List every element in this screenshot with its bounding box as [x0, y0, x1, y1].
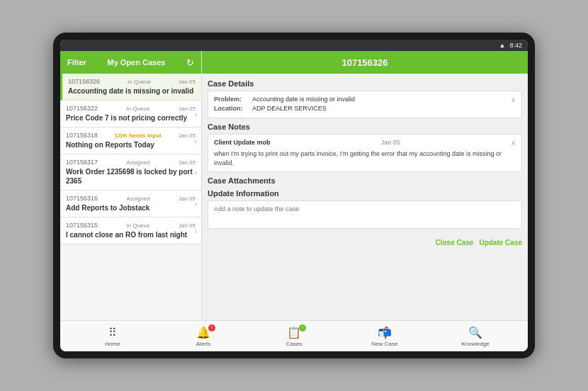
case-item[interactable]: 107156318 CDK Needs Input Jan 05 Nothing… [60, 128, 201, 154]
case-title: Price Code 7 is not pricing correctly [66, 113, 196, 123]
right-panel: 107156326 Case Details Problem: Accounti… [202, 51, 528, 320]
problem-row: Problem: Accounting date is missing or i… [214, 96, 516, 103]
location-row: Location: ADP DEALER SERVICES [214, 105, 516, 112]
case-number: 107156318 [66, 132, 98, 139]
case-notes-box: Client Update mob Jan 05 ∧ when I'm tryi… [208, 134, 522, 172]
update-case-button[interactable]: Update Case [479, 239, 522, 246]
nav-item-cases[interactable]: ! 📋 Cases [276, 326, 312, 347]
case-attachments-title: Case Attachments [208, 176, 522, 185]
case-title: Add Reports to Jobstack [66, 203, 196, 212]
case-date: Jan 05 [179, 159, 196, 166]
case-number: 107156315 [66, 222, 98, 229]
knowledge-icon: 🔍 [468, 326, 482, 339]
note-date: Jan 05 [381, 139, 400, 147]
case-date: Jan 05 [179, 132, 196, 139]
case-status: In Queue [127, 222, 150, 229]
case-status: Assigned [127, 159, 150, 166]
case-date: Jan 05 [179, 79, 196, 85]
case-attachments-section: Case Attachments [208, 176, 522, 185]
location-label: Location: [214, 105, 249, 112]
new-case-icon: 📬 [378, 326, 392, 339]
case-notes-section: Case Notes Client Update mob Jan 05 ∧ wh… [208, 123, 522, 172]
case-list: 107156326 In Queue Jan 05 Accounting dat… [60, 74, 201, 320]
case-status: In Queue [128, 79, 151, 85]
nav-new-case-label: New Case [372, 341, 398, 347]
chevron-right-icon: › [195, 137, 197, 144]
problem-label: Problem: [214, 96, 249, 103]
right-header: 107156326 [202, 51, 528, 74]
action-buttons: Close Case Update Case [208, 236, 522, 249]
nav-item-home[interactable]: ⠿ Home [95, 326, 130, 347]
case-details-box: Problem: Accounting date is missing or i… [208, 91, 522, 118]
alerts-badge: ! [208, 324, 215, 332]
main-area: Filter My Open Cases ↻ 107156326 In Queu… [60, 51, 528, 320]
nav-item-new-case[interactable]: 📬 New Case [367, 326, 402, 347]
refresh-icon[interactable]: ↻ [186, 57, 194, 68]
filter-button[interactable]: Filter [67, 58, 86, 67]
case-status: In Queue [127, 106, 150, 112]
time-display: 8:42 [509, 42, 522, 49]
nav-cases-label: Cases [286, 341, 303, 347]
case-date: Jan 05 [179, 196, 196, 202]
case-date: Jan 05 [179, 222, 196, 229]
case-status: CDK Needs Input [115, 132, 161, 139]
case-item[interactable]: 107156326 In Queue Jan 05 Accounting dat… [60, 74, 201, 101]
case-number: 107156316 [66, 195, 98, 202]
update-info-title: Update Information [208, 189, 522, 198]
case-title: I cannot close an RO from last night [66, 230, 196, 239]
tablet-device: ▲ 8:42 Filter My Open Cases ↻ 107156326 … [53, 33, 535, 358]
status-bar: ▲ 8:42 [60, 40, 528, 51]
note-author: Client Update mob [214, 139, 271, 147]
case-title: Work Order 1235698 is locked by port 236… [66, 167, 196, 186]
case-item[interactable]: 107156322 In Queue Jan 05 Price Code 7 i… [60, 101, 201, 128]
case-item[interactable]: 107156315 In Queue Jan 05 I cannot close… [60, 217, 201, 244]
case-item[interactable]: 107156316 Assigned Jan 05 Add Reports to… [60, 191, 201, 217]
chevron-right-icon: › [195, 110, 197, 118]
case-title: Nothing on Reports Today [66, 140, 196, 149]
cases-badge: ! [299, 324, 306, 332]
bottom-nav: ⠿ Home ! 🔔 Alerts ! 📋 Cases 📬 New Case 🔍… [60, 320, 528, 351]
expand-icon[interactable]: ∨ [511, 96, 516, 103]
update-textarea[interactable] [208, 200, 522, 229]
case-status: Assigned [127, 196, 150, 202]
nav-item-knowledge[interactable]: 🔍 Knowledge [458, 326, 493, 347]
left-panel: Filter My Open Cases ↻ 107156326 In Queu… [60, 51, 202, 320]
close-case-button[interactable]: Close Case [436, 239, 474, 246]
panel-title: My Open Cases [107, 58, 165, 67]
case-details-section: Case Details Problem: Accounting date is… [208, 79, 522, 118]
case-number: 107156317 [66, 159, 98, 166]
nav-alerts-label: Alerts [196, 341, 210, 347]
chevron-right-icon: › [195, 227, 197, 234]
note-header: Client Update mob Jan 05 ∧ [214, 139, 516, 147]
left-header: Filter My Open Cases ↻ [60, 51, 201, 74]
right-content: Case Details Problem: Accounting date is… [202, 74, 528, 320]
case-item[interactable]: 107156317 Assigned Jan 05 Work Order 123… [60, 154, 201, 191]
case-notes-title: Case Notes [208, 123, 522, 131]
update-info-section: Update Information [208, 189, 522, 232]
chevron-right-icon: › [195, 169, 197, 176]
problem-value: Accounting date is missing or invalid [252, 96, 355, 103]
case-date: Jan 05 [179, 106, 196, 112]
nav-home-label: Home [105, 341, 120, 347]
nav-knowledge-label: Knowledge [461, 341, 490, 347]
case-details-title: Case Details [208, 79, 522, 88]
case-title: Accounting date is missing or invalid [68, 86, 196, 96]
location-value: ADP DEALER SERVICES [252, 105, 327, 112]
note-content: when I'm trying to print out my parts in… [214, 149, 516, 167]
nav-item-alerts[interactable]: ! 🔔 Alerts [186, 326, 221, 347]
home-icon: ⠿ [108, 326, 117, 339]
tablet-screen: ▲ 8:42 Filter My Open Cases ↻ 107156326 … [60, 40, 528, 351]
collapse-icon[interactable]: ∧ [511, 139, 516, 147]
case-number: 107156322 [66, 105, 98, 112]
case-header-number: 107156326 [341, 57, 388, 68]
case-number: 107156326 [68, 78, 100, 85]
wifi-icon: ▲ [499, 42, 506, 49]
chevron-right-icon: › [195, 200, 197, 208]
